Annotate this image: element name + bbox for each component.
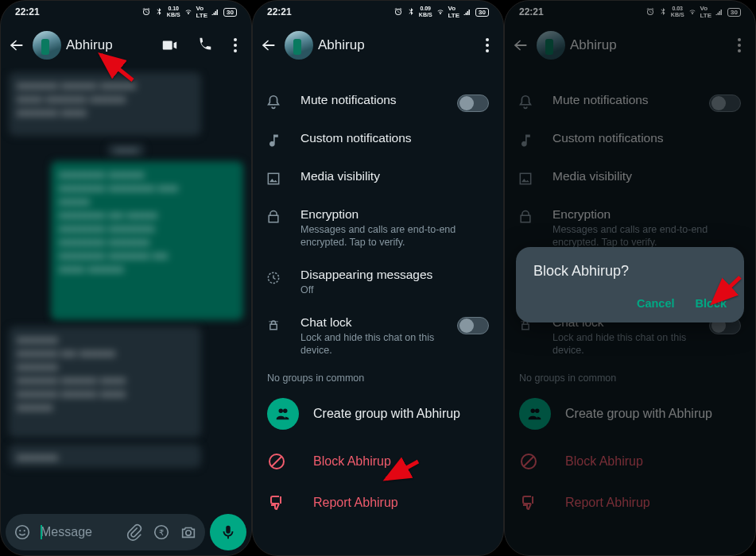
more-menu-icon[interactable] — [483, 38, 492, 52]
message-placeholder: Message — [41, 525, 92, 539]
day-separator: xxxxx — [9, 142, 243, 156]
svg-point-1 — [19, 530, 21, 531]
bluetooth-icon — [154, 7, 164, 17]
alarm-icon — [142, 7, 151, 17]
message-out[interactable]: xxxxxxxxx xxxxxxxxxxxxxxxx xxxxxxxxx xxx… — [51, 161, 243, 320]
image-icon — [264, 169, 283, 188]
timer-icon — [264, 268, 283, 287]
row-chat-lock[interactable]: Chat lockLock and hide this chat on this… — [253, 306, 503, 366]
message-in[interactable]: xxxxxxxx xxxxxxx xxxxxxxxxxxx xxxxxxxx x… — [9, 72, 201, 136]
status-right: 0.10KB/S VoLTE 30 — [142, 5, 237, 19]
back-button[interactable] — [258, 34, 280, 56]
contact-info-body[interactable]: Mute notifications Custom notifications … — [253, 68, 503, 555]
row-media-visibility[interactable]: Media visibility — [253, 160, 503, 198]
message-input-bar: Message ₹ — [6, 514, 246, 550]
chat-header[interactable]: Abhirup — [1, 23, 251, 68]
screen-block-dialog: 22:21 0.03KB/S VoLTE 30 Abhirup — [504, 0, 756, 556]
mic-icon — [219, 523, 237, 541]
lock-icon — [264, 207, 283, 226]
chat-messages[interactable]: xxxxxxxx xxxxxxx xxxxxxxxxxxx xxxxxxxx x… — [1, 68, 251, 509]
row-create-group[interactable]: Create group with Abhirup — [253, 387, 503, 441]
signal-icon — [211, 7, 220, 17]
attach-icon[interactable] — [126, 523, 143, 541]
svg-rect-7 — [268, 173, 278, 183]
row-custom-notifications[interactable]: Custom notifications — [253, 122, 503, 160]
screen-chat: 22:21 0.10KB/S VoLTE 30 Abhirup — [0, 0, 252, 556]
dialog-cancel-button[interactable]: Cancel — [637, 297, 675, 310]
status-time: 22:21 — [267, 6, 292, 17]
more-menu-icon[interactable] — [231, 38, 240, 52]
status-bar: 22:21 0.09KB/S VoLTE 30 — [253, 1, 503, 23]
bell-icon — [264, 93, 283, 112]
wifi-icon — [184, 7, 193, 17]
mic-button[interactable] — [210, 514, 246, 550]
dialog-title: Block Abhirup? — [533, 263, 727, 280]
message-input[interactable]: Message ₹ — [6, 514, 205, 550]
row-block-contact[interactable]: Block Abhirup — [253, 441, 503, 482]
arrow-left-icon — [260, 37, 277, 54]
status-bar: 22:21 0.10KB/S VoLTE 30 — [1, 1, 251, 23]
avatar[interactable] — [285, 31, 313, 60]
camera-icon[interactable] — [180, 523, 197, 541]
svg-text:₹: ₹ — [159, 528, 164, 537]
contact-name: Abhirup — [318, 37, 478, 53]
dialog-block-button[interactable]: Block — [696, 297, 727, 310]
row-disappearing-messages[interactable]: Disappearing messagesOff — [253, 258, 503, 306]
music-note-icon — [264, 131, 283, 150]
back-button[interactable] — [6, 34, 28, 56]
svg-line-10 — [272, 457, 281, 466]
svg-point-2 — [24, 530, 25, 531]
row-report-contact[interactable]: Report Abhirup — [253, 482, 503, 523]
avatar[interactable] — [33, 31, 61, 60]
message-in[interactable]: xxxxxxxxxxxxxxxx xxx xxxxxxxxxxxxxxxxxxx… — [9, 326, 201, 438]
row-mute-notifications[interactable]: Mute notifications — [253, 83, 503, 122]
mute-toggle[interactable] — [457, 95, 489, 112]
row-encryption[interactable]: EncryptionMessages and calls are end-to-… — [253, 198, 503, 258]
no-groups-label: No groups in common — [253, 366, 503, 387]
signal-icon — [463, 7, 472, 17]
alarm-icon — [394, 7, 403, 17]
contact-name[interactable]: Abhirup — [66, 37, 156, 53]
video-call-icon[interactable] — [161, 37, 178, 54]
block-dialog: Block Abhirup? Cancel Block — [516, 247, 744, 322]
svg-point-5 — [186, 531, 191, 535]
bluetooth-icon — [406, 7, 416, 17]
status-time: 22:21 — [15, 6, 40, 17]
voice-call-icon[interactable] — [196, 37, 213, 54]
thumbs-down-icon — [267, 493, 299, 512]
rupee-icon[interactable]: ₹ — [153, 523, 170, 541]
emoji-icon[interactable] — [14, 523, 31, 541]
wifi-icon — [436, 7, 445, 17]
block-icon — [267, 452, 299, 471]
chat-lock-toggle[interactable] — [457, 317, 489, 334]
svg-point-0 — [16, 526, 29, 539]
screen-contact-info: 22:21 0.09KB/S VoLTE 30 Abhirup — [252, 0, 504, 556]
chat-lock-icon — [264, 315, 283, 334]
info-header: Abhirup — [253, 23, 503, 68]
arrow-left-icon — [8, 37, 25, 54]
message-in[interactable]: xxxxxxxx — [9, 444, 201, 468]
group-icon — [267, 398, 299, 430]
battery-icon: 30 — [223, 8, 237, 17]
